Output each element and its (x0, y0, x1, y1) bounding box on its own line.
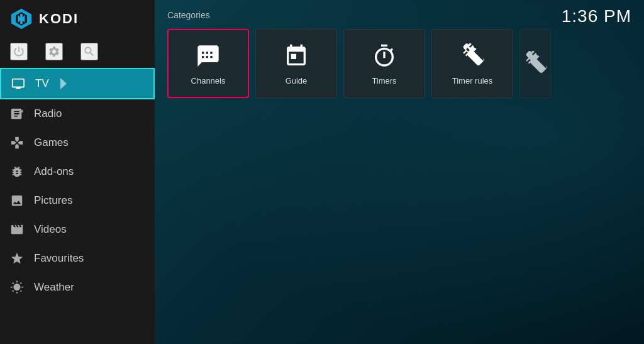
sidebar-item-label-addons: Add-ons (34, 165, 74, 178)
category-label-timer-rules: Timer rules (452, 76, 493, 86)
sidebar-item-radio[interactable]: Radio (0, 99, 155, 128)
weather-icon (10, 280, 24, 294)
categories-label: Categories (167, 10, 631, 20)
sidebar: KODI TV (0, 0, 155, 344)
guide-icon (282, 42, 310, 70)
tv-icon (11, 77, 25, 91)
power-button[interactable] (10, 43, 28, 60)
games-icon (10, 136, 24, 150)
timer-rules-icon (458, 42, 486, 70)
channels-icon (194, 42, 222, 70)
category-card-timers[interactable]: Timers (343, 29, 425, 98)
sidebar-header: KODI (0, 0, 155, 38)
sidebar-item-label-games: Games (34, 136, 69, 149)
category-card-guide[interactable]: Guide (255, 29, 337, 98)
sidebar-item-pictures[interactable]: Pictures (0, 186, 155, 215)
svg-rect-4 (20, 14, 23, 24)
sidebar-item-favourites[interactable]: Favourites (0, 244, 155, 273)
kodi-logo-icon (10, 8, 33, 30)
search-category-icon (521, 50, 549, 77)
search-icon (83, 45, 96, 58)
category-card-channels[interactable]: Channels (167, 29, 249, 98)
category-label-guide: Guide (286, 76, 308, 86)
sidebar-item-label-pictures: Pictures (34, 194, 72, 207)
pictures-icon (10, 194, 24, 208)
category-card-search[interactable] (519, 29, 551, 98)
sidebar-item-videos[interactable]: Videos (0, 215, 155, 244)
sidebar-item-tv[interactable]: TV (0, 68, 155, 99)
sidebar-top-actions (0, 38, 155, 68)
search-button[interactable] (80, 43, 98, 60)
app-title: KODI (39, 11, 79, 27)
sidebar-item-weather[interactable]: Weather (0, 273, 155, 302)
sidebar-item-label-favourites: Favourites (34, 252, 84, 265)
radio-icon (10, 107, 24, 121)
settings-icon (48, 45, 60, 58)
timers-icon (370, 42, 398, 70)
sidebar-item-label-videos: Videos (34, 223, 67, 236)
addons-icon (10, 165, 24, 179)
sidebar-item-games[interactable]: Games (0, 128, 155, 157)
category-label-timers: Timers (372, 76, 396, 86)
main-content: 1:36 PM Categories Channels (155, 0, 644, 344)
favourites-icon (10, 252, 24, 265)
sidebar-item-label-weather: Weather (34, 281, 74, 294)
categories-grid: Channels Guide Timers (167, 29, 631, 98)
settings-button[interactable] (45, 43, 63, 60)
categories-section: Categories Channels Guide (155, 0, 644, 98)
sidebar-nav: TV Radio Games (0, 68, 155, 344)
svg-marker-5 (60, 78, 67, 89)
videos-icon (10, 223, 24, 236)
sidebar-item-addons[interactable]: Add-ons (0, 157, 155, 186)
sidebar-item-label-radio: Radio (34, 108, 62, 120)
power-icon (13, 45, 25, 58)
category-card-timer-rules[interactable]: Timer rules (431, 29, 513, 98)
cursor-icon (60, 78, 67, 89)
sidebar-item-label-tv: TV (35, 77, 49, 90)
category-label-channels: Channels (191, 76, 226, 86)
